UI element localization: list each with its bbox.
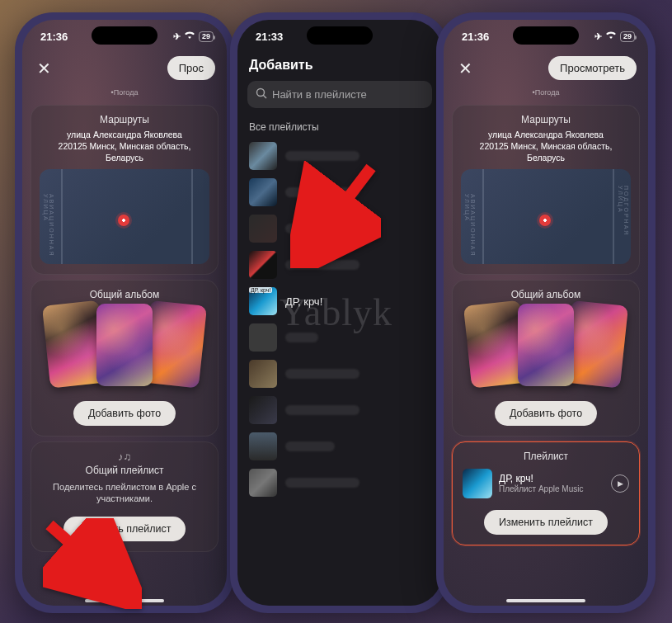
address: улица Александра Яковлева 220125 Минск, … [40, 129, 209, 169]
playlist-label-blurred [285, 151, 359, 161]
photo-thumb [96, 304, 153, 386]
music-note-icon: ♪♫ [40, 451, 209, 463]
playlist-artwork [249, 360, 277, 388]
photo-thumb [518, 304, 575, 386]
playlist-card-title: Общий плейлист [40, 465, 209, 476]
routes-card[interactable]: Маршруты улица Александра Яковлева 22012… [452, 105, 640, 275]
routes-title: Маршруты [461, 114, 631, 125]
playlist-artwork [249, 323, 277, 352]
address: улица Александра Яковлева 220125 Минск, … [461, 129, 631, 169]
playlist-description: Поделитесь плейлистом в Apple с участник… [40, 479, 209, 512]
album-card[interactable]: Общий альбом Добавить фото [31, 280, 219, 437]
playlist-artwork [249, 432, 277, 460]
playlist-item[interactable] [237, 319, 442, 356]
playlist-label-blurred [285, 333, 318, 342]
photo-stack [40, 304, 209, 394]
album-title: Общий альбом [461, 289, 631, 300]
playlist-label: ДР, крч! [285, 295, 322, 308]
playlist-row[interactable]: ДР, крч! Плейлист Apple Music ▶ [461, 465, 631, 505]
svg-line-1 [264, 96, 267, 99]
status-time: 21:36 [462, 31, 489, 43]
wifi-icon [184, 31, 195, 41]
annotation-arrow-1 [43, 518, 142, 612]
top-bar: ✕ Прос [22, 53, 227, 88]
selected-playlist-card[interactable]: Плейлист ДР, крч! Плейлист Apple Music ▶… [452, 441, 640, 545]
playlist-artwork [463, 469, 492, 498]
top-bar: ✕ Просмотреть [444, 53, 648, 88]
dynamic-island [92, 26, 157, 45]
playlist-section-title: Плейлист [461, 451, 631, 462]
map-preview[interactable]: АВИАЦИОННАЯ УЛИЦА ПОДГОРНАЯ УЛИЦА [461, 169, 631, 264]
dynamic-island [307, 26, 373, 45]
album-title: Общий альбом [40, 289, 209, 300]
battery-icon: 29 [620, 31, 635, 42]
map-pin-icon [118, 215, 129, 226]
home-indicator[interactable] [506, 599, 585, 602]
playlist-label-blurred [285, 405, 359, 415]
playlist-item[interactable] [237, 356, 442, 392]
playlist-name: ДР, крч! [499, 473, 604, 484]
playlist-item[interactable] [237, 465, 442, 501]
change-playlist-button[interactable]: Изменить плейлист [484, 510, 608, 535]
status-right: ✈︎ 29 [594, 31, 635, 42]
playlist-subtitle: Плейлист Apple Music [499, 484, 604, 493]
svg-point-0 [257, 89, 265, 97]
dynamic-island [513, 26, 579, 45]
playlist-item[interactable] [237, 428, 442, 465]
playlist-item-highlight[interactable]: ДР, крч! ДР, крч! [237, 283, 442, 319]
modal-title: Добавить [237, 53, 442, 81]
close-button[interactable]: ✕ [455, 59, 475, 78]
status-right: ✈︎ 29 [173, 31, 214, 42]
airplane-icon: ✈︎ [594, 31, 602, 42]
playlist-label-blurred [285, 369, 359, 379]
add-photo-button[interactable]: Добавить фото [73, 401, 176, 426]
phone-frame-2: 21:33 Добавить Найти в плейлисте Все пле… [230, 12, 449, 613]
routes-title: Маршруты [40, 114, 209, 125]
playlist-artwork [249, 142, 277, 170]
preview-button[interactable]: Прос [167, 56, 215, 80]
weather-tag: •Погода [444, 88, 648, 100]
playlist-item[interactable] [237, 392, 442, 428]
playlist-artwork [249, 469, 277, 497]
section-all-playlists: Все плейлисты [237, 116, 442, 138]
airplane-icon: ✈︎ [173, 31, 181, 42]
annotation-arrow-2 [290, 161, 381, 271]
photo-stack [461, 304, 631, 394]
close-button[interactable]: ✕ [34, 59, 54, 78]
playlist-label-blurred [285, 478, 359, 488]
playlist-label-blurred [285, 441, 335, 451]
add-photo-button[interactable]: Добавить фото [495, 401, 597, 426]
playlist-tag: ДР, крч! [249, 287, 272, 293]
phone-frame-3: 21:36 ✈︎ 29 ✕ Просмотреть •Погода Маршру… [436, 12, 656, 613]
playlist-artwork [249, 251, 277, 279]
play-icon[interactable]: ▶ [611, 474, 629, 493]
map-pin-icon [539, 215, 551, 226]
album-card[interactable]: Общий альбом Добавить фото [452, 280, 640, 437]
search-icon [256, 87, 267, 101]
playlist-artwork [249, 215, 277, 243]
playlist-artwork [249, 178, 277, 206]
playlist-text: ДР, крч! Плейлист Apple Music [499, 473, 604, 493]
search-input[interactable]: Найти в плейлисте [247, 81, 432, 108]
playlist-artwork [249, 396, 277, 424]
status-time: 21:33 [256, 31, 283, 43]
status-time: 21:36 [40, 31, 68, 43]
battery-icon: 29 [199, 31, 214, 42]
search-placeholder: Найти в плейлисте [272, 88, 367, 101]
preview-button[interactable]: Просмотреть [548, 56, 637, 80]
routes-card[interactable]: Маршруты улица Александра Яковлева 22012… [31, 105, 219, 275]
weather-tag: •Погода [22, 88, 227, 100]
wifi-icon [605, 31, 617, 41]
map-preview[interactable]: АВИАЦИОННАЯ УЛИЦА [40, 169, 209, 264]
